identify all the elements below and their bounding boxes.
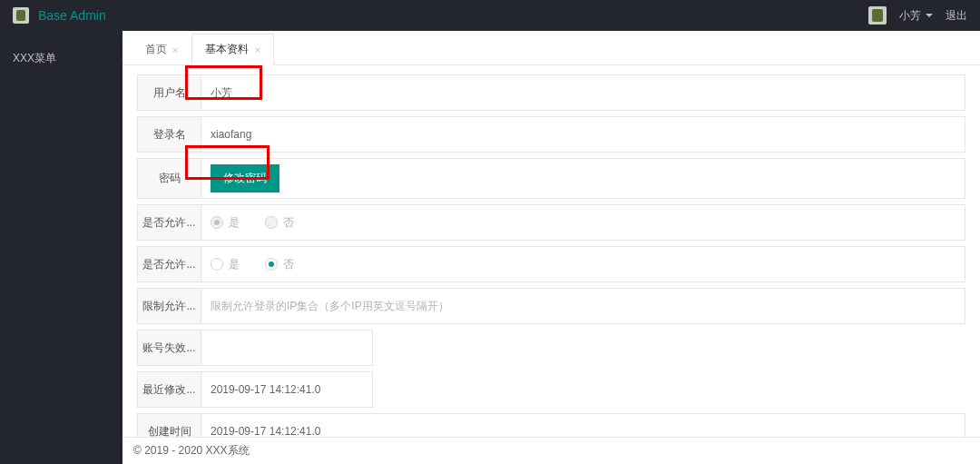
sidebar-item[interactable]: XXX菜单 <box>0 47 122 70</box>
modify-value: 2019-09-17 14:12:41.0 <box>211 383 320 396</box>
avatar-icon <box>868 6 887 25</box>
user-menu[interactable]: 小芳 <box>899 8 933 24</box>
main-area: 首页 × 基本资料 × 用户名 登录名 xiaofang <box>122 31 980 464</box>
app-header: Base Admin 小芳 退出 <box>0 0 980 31</box>
radio-allow2-yes[interactable]: 是 <box>211 257 240 272</box>
row-password: 密码 修改密码 <box>137 158 965 199</box>
row-ip: 限制允许... <box>137 288 965 324</box>
label-password: 密码 <box>138 159 201 198</box>
username-input[interactable] <box>211 86 956 99</box>
label-username: 用户名 <box>138 75 201 110</box>
row-loginname: 登录名 xiaofang <box>137 116 965 153</box>
label-expire: 账号失效... <box>138 331 201 365</box>
row-modify: 最近修改... 2019-09-17 14:12:41.0 <box>137 371 373 408</box>
tab-label: 基本资料 <box>205 42 249 57</box>
radio-allow1-yes: 是 <box>211 215 240 231</box>
label-loginname: 登录名 <box>138 117 201 152</box>
label-allow1: 是否允许... <box>138 205 201 240</box>
username-label: 小芳 <box>899 9 921 22</box>
footer: © 2019 - 2020 XXX系统 <box>122 437 980 464</box>
tab-profile[interactable]: 基本资料 × <box>191 34 273 65</box>
brand-name: Base Admin <box>38 8 106 23</box>
create-value: 2019-09-17 14:12:41.0 <box>211 425 320 437</box>
radio-allow1-no: 否 <box>265 215 294 231</box>
close-icon[interactable]: × <box>254 44 260 55</box>
loginname-value: xiaofang <box>211 128 251 141</box>
radio-allow2-no[interactable]: 否 <box>265 257 294 272</box>
ip-input[interactable] <box>211 300 956 312</box>
user-area: 小芳 退出 <box>868 6 967 25</box>
expire-input[interactable] <box>211 341 363 354</box>
sidebar: XXX菜单 <box>0 31 122 464</box>
row-allow2: 是否允许... 是 否 <box>137 246 965 282</box>
label-modify: 最近修改... <box>138 372 201 407</box>
row-username: 用户名 <box>137 74 965 111</box>
label-ip: 限制允许... <box>138 289 201 323</box>
label-allow2: 是否允许... <box>138 247 201 281</box>
tab-label: 首页 <box>145 42 167 57</box>
logo-icon <box>13 7 29 24</box>
close-icon[interactable]: × <box>172 44 178 55</box>
change-password-button[interactable]: 修改密码 <box>211 164 279 193</box>
brand: Base Admin <box>13 7 106 24</box>
label-create: 创建时间 <box>138 414 201 437</box>
form-body: 用户名 登录名 xiaofang 密码 修改密码 是否允许... <box>122 65 980 437</box>
footer-text: © 2019 - 2020 XXX系统 <box>133 444 250 457</box>
app-shell: XXX菜单 首页 × 基本资料 × 用户名 登录名 <box>0 31 980 464</box>
tab-bar: 首页 × 基本资料 × <box>122 31 980 65</box>
tab-home[interactable]: 首页 × <box>132 34 191 64</box>
row-expire: 账号失效... <box>137 330 373 366</box>
row-allow1: 是否允许... 是 否 <box>137 204 965 241</box>
chevron-down-icon <box>926 14 933 17</box>
logout-link[interactable]: 退出 <box>946 8 967 24</box>
row-create: 创建时间 2019-09-17 14:12:41.0 <box>137 413 965 437</box>
